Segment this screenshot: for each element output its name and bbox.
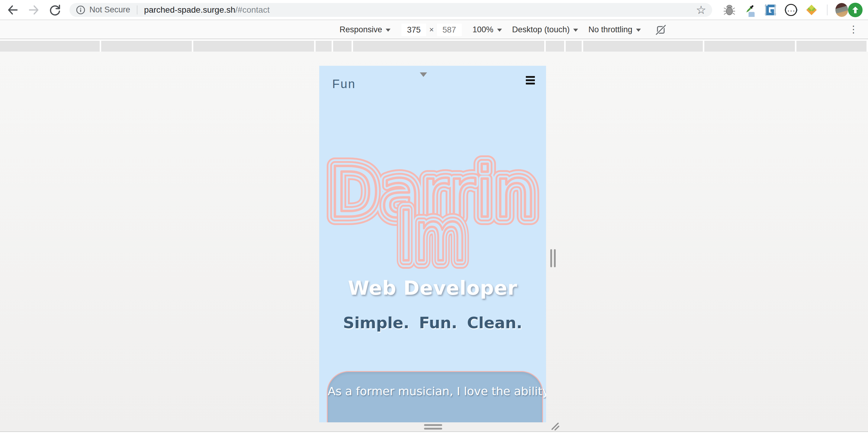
url-address-bar[interactable]: Not Secure parched-spade.surge.sh/#conta… xyxy=(69,3,712,17)
extensions-row: {...} xyxy=(723,4,848,16)
viewport-resize-handle-right[interactable] xyxy=(550,249,556,267)
hero-title: Darrin Darrin Darrin Darrin Darrin Im Im… xyxy=(319,66,546,277)
media-query-segment[interactable] xyxy=(797,41,867,52)
about-card-text: As a former musician, I love the ability xyxy=(328,384,542,398)
media-query-segment[interactable] xyxy=(101,41,192,52)
devtools-overflow-menu[interactable]: ⋮ xyxy=(847,23,860,36)
chevron-down-icon xyxy=(386,29,391,32)
json-braces-icon: {...} xyxy=(785,4,797,16)
bug-extension-button[interactable] xyxy=(723,4,736,16)
profile-avatar-button[interactable] xyxy=(835,4,848,16)
media-query-segment[interactable] xyxy=(193,41,314,52)
url-text: parched-spade.surge.sh/#contact xyxy=(144,5,270,15)
diamond-extension-button[interactable] xyxy=(805,4,818,16)
device-preset-label: Responsive xyxy=(339,25,382,34)
browser-toolbar: Not Secure parched-spade.surge.sh/#conta… xyxy=(0,0,868,20)
rotate-viewport-button[interactable] xyxy=(654,23,668,36)
viewport-resize-handle-corner[interactable] xyxy=(551,422,559,432)
forward-arrow-icon xyxy=(27,3,40,16)
device-preset-select[interactable]: Responsive xyxy=(336,23,394,36)
grid-extension-button[interactable] xyxy=(764,4,777,16)
media-query-segment[interactable] xyxy=(704,41,795,52)
security-label: Not Secure xyxy=(89,5,130,14)
json-extension-button[interactable]: {...} xyxy=(785,4,797,16)
device-type-label: Desktop (touch) xyxy=(512,25,570,34)
viewport-width-input[interactable]: 375 xyxy=(401,24,426,36)
emulated-page-viewport: Fun Darrin Darrin Darrin Darrin Darrin xyxy=(319,66,546,422)
dimension-separator: × xyxy=(429,25,434,34)
media-query-segment[interactable] xyxy=(546,41,564,52)
url-fragment: /#contact xyxy=(235,5,270,14)
chevron-down-icon xyxy=(573,29,578,32)
chevron-down-icon xyxy=(636,29,641,32)
media-query-segment[interactable] xyxy=(353,41,544,52)
forward-button[interactable] xyxy=(26,2,42,18)
reload-button[interactable] xyxy=(47,2,63,18)
toolbar-divider xyxy=(827,4,828,15)
media-query-segment[interactable] xyxy=(583,41,703,52)
eyedropper-icon xyxy=(744,3,756,17)
device-type-select[interactable]: Desktop (touch) xyxy=(509,23,581,36)
back-arrow-icon xyxy=(6,3,19,16)
corner-resize-icon xyxy=(551,422,559,431)
viewport-height-input[interactable]: 587 xyxy=(437,24,462,36)
devtools-device-toolbar: Responsive 375 × 587 100% Desktop (touch… xyxy=(0,21,868,39)
up-arrow-icon xyxy=(851,6,859,14)
url-host: parched-spade.surge.sh xyxy=(144,5,235,14)
viewport-resize-handle-bottom[interactable] xyxy=(424,424,442,430)
back-button[interactable] xyxy=(5,2,21,18)
reload-icon xyxy=(48,3,62,16)
bug-icon xyxy=(723,4,736,16)
hero-tagline: Simple. Fun. Clean. xyxy=(319,314,546,332)
diamond-icon xyxy=(805,3,818,17)
security-status: Not Secure xyxy=(75,5,130,15)
hero-title-line2: Im Im Im Im Im xyxy=(398,196,467,277)
media-query-bar xyxy=(0,41,868,52)
rotate-device-icon xyxy=(655,24,667,36)
avatar xyxy=(835,3,848,17)
eyedropper-extension-button[interactable] xyxy=(744,4,756,16)
media-query-segment[interactable] xyxy=(566,41,582,52)
throttling-label: No throttling xyxy=(588,25,632,34)
zoom-value: 100% xyxy=(473,25,494,34)
info-icon xyxy=(75,5,86,15)
browser-window: Not Secure parched-spade.surge.sh/#conta… xyxy=(0,0,868,435)
device-toolbar-cluster: Responsive 375 × 587 100% Desktop (touch… xyxy=(336,23,668,36)
media-query-segment[interactable] xyxy=(333,41,351,52)
svg-text:Im: Im xyxy=(398,196,467,277)
grid-g-icon xyxy=(764,3,777,16)
media-query-segment[interactable] xyxy=(0,41,100,52)
about-card: As a former musician, I love the ability xyxy=(327,371,543,422)
media-query-segment[interactable] xyxy=(316,41,332,52)
zoom-select[interactable]: 100% xyxy=(470,23,505,36)
device-mode-canvas: Fun Darrin Darrin Darrin Darrin Darrin xyxy=(0,52,868,432)
throttling-select[interactable]: No throttling xyxy=(585,23,644,36)
omnibox-divider xyxy=(137,5,137,14)
chrome-update-button[interactable] xyxy=(848,3,863,17)
chevron-down-icon xyxy=(497,29,502,32)
hero-subtitle: Web Developer xyxy=(319,277,546,299)
bookmark-star-icon[interactable]: ☆ xyxy=(696,4,706,16)
